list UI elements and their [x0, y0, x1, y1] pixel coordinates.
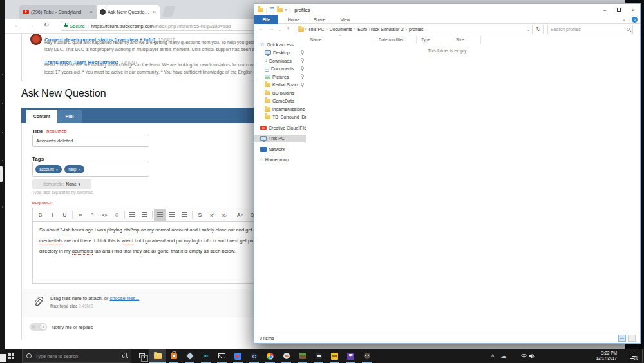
code-icon[interactable]: <> [99, 209, 111, 221]
new-folder-icon[interactable] [277, 8, 283, 12]
taskbar-app-dropbox[interactable] [182, 349, 198, 363]
taskbar-app-kerbal-space-program[interactable] [278, 349, 294, 363]
tags-input[interactable]: account×help× [32, 162, 149, 177]
sidebar-item-quick-access[interactable]: ☆Quick access [254, 41, 306, 49]
superscript-icon[interactable]: x² [206, 209, 218, 221]
sidebar-item-gamedata[interactable]: GameData [254, 97, 306, 106]
underline-icon[interactable]: U [59, 209, 71, 221]
help-icon[interactable]: ? [632, 17, 638, 23]
taskbar-app-microsoft-store[interactable] [166, 349, 182, 363]
strikethrough-icon[interactable]: S [194, 209, 206, 221]
taskbar-app-google-app[interactable] [230, 349, 246, 363]
taskbar-app-steam[interactable] [246, 349, 262, 363]
notify-toggle[interactable]: × [30, 323, 47, 331]
volume-icon[interactable] [528, 349, 537, 363]
text-color-icon[interactable]: A▾ [234, 209, 246, 221]
taskbar-app-twitch[interactable] [343, 349, 359, 363]
ribbon-expand-icon[interactable]: ⌄ [622, 17, 626, 22]
tag-pill[interactable]: help× [64, 165, 84, 173]
align-center-icon[interactable] [166, 209, 178, 221]
search-box[interactable]: Search profiles [547, 25, 633, 34]
tab-forum[interactable]: Ask New Question - Truc × [97, 5, 160, 19]
bullet-list-icon[interactable] [126, 209, 138, 221]
breadcrumb-segment[interactable]: Euro Truck Simulator 2 [356, 27, 404, 32]
sidebar-item-bd-plugins[interactable]: BD plugins [254, 89, 306, 97]
chevron-down-icon[interactable]: ▾ [285, 8, 287, 12]
align-right-icon[interactable] [178, 209, 191, 221]
maximize-button[interactable] [612, 4, 626, 15]
taskbar-search[interactable]: Type here to search [22, 349, 131, 363]
taskbar-app-chrome[interactable] [262, 349, 278, 363]
sidebar-item-creative-cloud-files[interactable]: ∞Creative Cloud Files [254, 124, 306, 132]
italic-icon[interactable]: I [46, 209, 59, 221]
taskbar-app-file-explorer[interactable] [149, 349, 166, 363]
quote-icon[interactable]: ” [86, 209, 99, 221]
back-icon[interactable]: ← [14, 21, 21, 28]
topic-avatar[interactable] [30, 34, 42, 45]
breadcrumb[interactable]: ›This PC›Documents›Euro Truck Simulator … [296, 25, 533, 34]
chevron-down-icon[interactable]: ⌄ [527, 27, 530, 32]
properties-icon[interactable] [270, 7, 274, 12]
history-dropdown-icon[interactable]: ⌄ [278, 27, 281, 32]
taskbar-app-mail[interactable] [214, 349, 230, 363]
tab-youtube[interactable]: (296) Tobu - Candyland × [19, 5, 97, 19]
refresh-icon[interactable]: ↻ [534, 25, 544, 34]
onedrive-icon[interactable]: ☁ [498, 349, 509, 363]
tab-close-icon[interactable]: × [152, 9, 156, 15]
close-button[interactable]: × [626, 4, 640, 15]
taskbar-app-euro-truck-simulator[interactable] [310, 349, 327, 363]
sidebar-item-documents[interactable]: Documents [254, 65, 306, 74]
item-prefix-button[interactable]: Item prefix: None ▾ [32, 179, 91, 189]
link-icon[interactable]: ∞ [74, 209, 86, 221]
tag-pill[interactable]: account× [35, 165, 62, 173]
sidebar-item-this-pc[interactable]: This PC [254, 135, 306, 143]
reload-icon[interactable]: ↻ [44, 21, 49, 28]
sidebar-item-kerbal-space-pro[interactable]: Kerbal Space Pro [254, 81, 306, 90]
ribbon-tab-home[interactable]: Home [283, 15, 304, 24]
tab-poll[interactable]: Poll [57, 110, 82, 123]
ordered-list-icon[interactable] [138, 209, 151, 221]
taskbar-app-gimp[interactable] [359, 349, 375, 363]
task-view-button[interactable] [134, 349, 149, 363]
taskbar-app-minecraft[interactable] [294, 349, 310, 363]
sidebar-item-ingamemissions[interactable]: ingameMissions [254, 105, 306, 113]
column-header-type[interactable]: Type [417, 35, 451, 44]
dock-bottom-notch[interactable] [0, 354, 6, 362]
microphone-icon[interactable] [122, 353, 127, 359]
choose-files-link[interactable]: choose files... [110, 295, 140, 301]
sidebar-item-tb-surround-driver[interactable]: TB_Surround_Driver [254, 113, 306, 122]
forward-icon[interactable]: → [269, 26, 274, 32]
minimize-button[interactable]: – [598, 4, 612, 15]
align-left-icon[interactable] [154, 209, 166, 221]
ribbon-tab-share[interactable]: Share [309, 15, 330, 24]
ribbon-tab-file[interactable]: File [254, 15, 278, 24]
dock-notch[interactable] [0, 166, 3, 182]
breadcrumb-segment[interactable]: profiles [408, 27, 425, 32]
new-tab-button[interactable] [162, 6, 176, 17]
sidebar-item-desktop[interactable]: Desktop [254, 49, 306, 57]
tab-close-icon[interactable]: × [89, 9, 93, 15]
icons-view-button[interactable] [628, 335, 636, 342]
wifi-icon[interactable] [519, 349, 528, 363]
sidebar-item-homegroup[interactable]: ⌂Homegroup [254, 156, 306, 164]
subscript-icon[interactable]: x₂ [218, 209, 231, 221]
sidebar-item-downloads[interactable]: ↓Downloads [254, 57, 306, 65]
breadcrumb-segment[interactable]: This PC [307, 27, 325, 32]
action-center-icon[interactable]: 3 [630, 353, 636, 359]
up-icon[interactable]: ↑ [287, 26, 289, 32]
sidebar-item-network[interactable]: Network [254, 145, 306, 153]
sidebar-item-pictures[interactable]: Pictures [254, 73, 306, 81]
breadcrumb-segment[interactable]: Documents [328, 27, 354, 32]
forward-icon[interactable]: → [28, 21, 35, 28]
taskbar-app-live-app[interactable]: live [327, 349, 343, 363]
tag-remove-icon[interactable]: × [79, 168, 81, 172]
bold-icon[interactable]: B [34, 209, 46, 221]
tab-content[interactable]: Content [26, 110, 57, 123]
tag-remove-icon[interactable]: × [56, 168, 59, 172]
clock[interactable]: 3:22 PM12/17/2017 [581, 351, 617, 361]
taskbar-app-infinity-app[interactable]: ∞ [198, 349, 214, 363]
column-header-date-modified[interactable]: Date modified [374, 35, 417, 44]
explorer-titlebar[interactable]: | ▾ | profiles – × [254, 4, 640, 15]
column-header-size[interactable]: Size [451, 35, 481, 44]
emoji-icon[interactable]: ☺ [111, 209, 123, 221]
